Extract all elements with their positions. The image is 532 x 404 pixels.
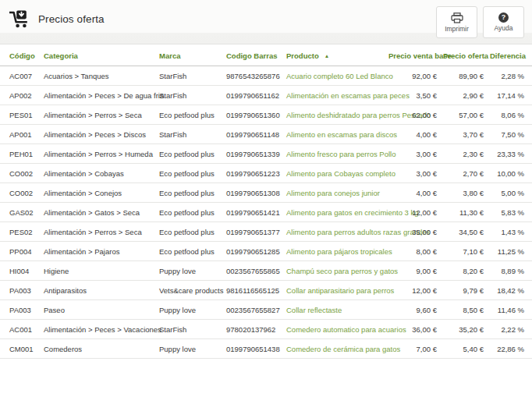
cell-diferencia: 22,86 % [487, 339, 532, 359]
cell-precio_oferta: 3,80 € [440, 183, 487, 203]
cell-producto[interactable]: Alimento deshidratado para perros Pescad… [283, 105, 385, 125]
cell-marca: Vets&care products [156, 281, 223, 300]
cell-precio_venta_base: 9,60 € [385, 300, 440, 320]
cell-codigo: GAS02 [0, 203, 41, 222]
cell-precio_oferta: 34,50 € [440, 222, 487, 242]
column-header-diferencia[interactable]: Diferencia [487, 44, 532, 66]
header-row: CódigoCategoriaMarcaCodigo BarrasProduct… [0, 44, 532, 66]
offers-table-head: CódigoCategoriaMarcaCodigo BarrasProduct… [0, 44, 532, 66]
table-row[interactable]: PP004Alimentación > PajarosEco petfood p… [0, 242, 532, 261]
cell-precio_oferta: 11,30 € [440, 203, 487, 222]
table-row[interactable]: AP002Alimentación > Peces > De agua fria… [0, 86, 532, 105]
table-row[interactable]: HI004HigienePuppy love0023567655865Champ… [0, 261, 532, 281]
cell-precio_venta_base: 92,00 € [385, 66, 440, 86]
cell-precio_oferta: 7,10 € [440, 242, 487, 261]
cell-diferencia: 2,28 % [487, 66, 532, 86]
cell-codigo: PES02 [0, 222, 41, 242]
cell-marca: Eco petfood plus [156, 164, 223, 183]
column-header-categoria[interactable]: Categoria [41, 44, 156, 66]
cell-codigo: PA003 [0, 300, 41, 320]
cell-marca: Eco petfood plus [156, 144, 223, 164]
table-row[interactable]: PES01Alimentación > Perros > SecaEco pet… [0, 105, 532, 125]
cell-producto[interactable]: Alimento para pájaros tropicales [283, 242, 385, 261]
table-row[interactable]: PEH01Alimentación > Perros > HumedaEco p… [0, 144, 532, 164]
cell-codigo_barras: 0199790651285 [223, 242, 283, 261]
cell-categoria: Alimentación > Peces > De agua fria [41, 86, 156, 105]
cell-categoria: Alimentación > Gatos > Seca [41, 203, 156, 222]
cell-codigo_barras: 0023567655865 [223, 261, 283, 281]
cell-marca: StarFish [156, 86, 223, 105]
app-header: Precios oferta Imprimir ? Ayuda [0, 0, 532, 44]
cell-codigo: CO002 [0, 164, 41, 183]
cell-marca: Eco petfood plus [156, 105, 223, 125]
cell-categoria: Antiparasitos [41, 281, 156, 300]
cell-producto[interactable]: Alimentación en escamas para peces [283, 86, 385, 105]
title-group: Precios oferta [9, 9, 105, 29]
table-row[interactable]: CO002Alimentación > ConejosEco petfood p… [0, 183, 532, 203]
cell-diferencia: 10,00 % [487, 164, 532, 183]
cell-marca: Puppy love [156, 300, 223, 320]
cell-diferencia: 5,00 % [487, 183, 532, 203]
printer-icon [451, 12, 463, 23]
column-header-producto[interactable]: Producto▲ [283, 44, 385, 66]
cell-marca: Eco petfood plus [156, 222, 223, 242]
cell-producto[interactable]: Alimento para conejos junior [283, 183, 385, 203]
help-button[interactable]: ? Ayuda [483, 6, 524, 38]
cart-download-icon [9, 9, 30, 29]
cell-producto[interactable]: Alimento para perros adultos razas grand… [283, 222, 385, 242]
page-title: Precios oferta [38, 13, 105, 25]
cell-precio_oferta: 8,20 € [440, 261, 487, 281]
table-row[interactable]: PA003PaseoPuppy love0023567655827Collar … [0, 300, 532, 320]
table-row[interactable]: PES02Alimentación > Perros > SecaEco pet… [0, 222, 532, 242]
table-row[interactable]: CM001ComederosPuppy love0199790651438Com… [0, 339, 532, 359]
cell-producto[interactable]: Collar reflectaste [283, 300, 385, 320]
cell-precio_venta_base: 4,00 € [385, 183, 440, 203]
cell-codigo: CM001 [0, 339, 41, 359]
column-header-marca[interactable]: Marca [156, 44, 223, 66]
cell-producto[interactable]: Acuario completo 60 Led Blanco [283, 66, 385, 86]
cell-precio_oferta: 2,90 € [440, 86, 487, 105]
table-row[interactable]: AP001Alimentación > Peces > DiscosStarFi… [0, 125, 532, 144]
cell-categoria: Alimentación > Peces > Discos [41, 125, 156, 144]
table-row[interactable]: AC001Alimentación > Peces > VacacionesSt… [0, 320, 532, 339]
cell-categoria: Alimentación > Cobayas [41, 164, 156, 183]
cell-categoria: Paseo [41, 300, 156, 320]
cell-diferencia: 7,50 % [487, 125, 532, 144]
cell-precio_oferta: 9,79 € [440, 281, 487, 300]
cell-codigo_barras: 0199790651339 [223, 144, 283, 164]
column-header-codigo[interactable]: Código [0, 44, 41, 66]
cell-codigo_barras: 978020137962 [223, 320, 283, 339]
cell-marca: StarFish [156, 66, 223, 86]
cell-producto[interactable]: Comedero de cerámica para gatos [283, 339, 385, 359]
cell-producto[interactable]: Alimento para gatos en crecimiento 3 kg. [283, 203, 385, 222]
cell-categoria: Alimentación > Pajaros [41, 242, 156, 261]
cell-producto[interactable]: Collar antiparasitario para perros [283, 281, 385, 300]
cell-diferencia: 5,83 % [487, 203, 532, 222]
cell-marca: Puppy love [156, 261, 223, 281]
cell-producto[interactable]: Comedero automatico para acuarios [283, 320, 385, 339]
cell-codigo: CO002 [0, 183, 41, 203]
cell-codigo: AC001 [0, 320, 41, 339]
cell-marca: Eco petfood plus [156, 203, 223, 222]
cell-precio_oferta: 3,70 € [440, 125, 487, 144]
cell-categoria: Higiene [41, 261, 156, 281]
cell-codigo_barras: 0199790651223 [223, 164, 283, 183]
cell-marca: StarFish [156, 125, 223, 144]
cell-codigo_barras: 0199790651421 [223, 203, 283, 222]
offers-table-body: AC007Acuarios > TanquesStarFish987654326… [0, 66, 532, 359]
cell-marca: Eco petfood plus [156, 183, 223, 203]
print-button[interactable]: Imprimir [436, 6, 477, 38]
column-header-codigo_barras[interactable]: Codigo Barras [223, 44, 283, 66]
column-header-precio_oferta[interactable]: Precio oferta [440, 44, 487, 66]
table-row[interactable]: GAS02Alimentación > Gatos > SecaEco petf… [0, 203, 532, 222]
cell-producto[interactable]: Champú seco para perros y gatos [283, 261, 385, 281]
cell-producto[interactable]: Alimento fresco para perros Pollo [283, 144, 385, 164]
cell-precio_oferta: 89,90 € [440, 66, 487, 86]
cell-marca: Puppy love [156, 339, 223, 359]
column-header-precio_venta_base[interactable]: Precio venta base [385, 44, 440, 66]
cell-producto[interactable]: Alimento en escamas para discos [283, 125, 385, 144]
table-row[interactable]: AC007Acuarios > TanquesStarFish987654326… [0, 66, 532, 86]
table-row[interactable]: PA003AntiparasitosVets&care products9816… [0, 281, 532, 300]
cell-producto[interactable]: Alimento para Cobayas completo [283, 164, 385, 183]
table-row[interactable]: CO002Alimentación > CobayasEco petfood p… [0, 164, 532, 183]
